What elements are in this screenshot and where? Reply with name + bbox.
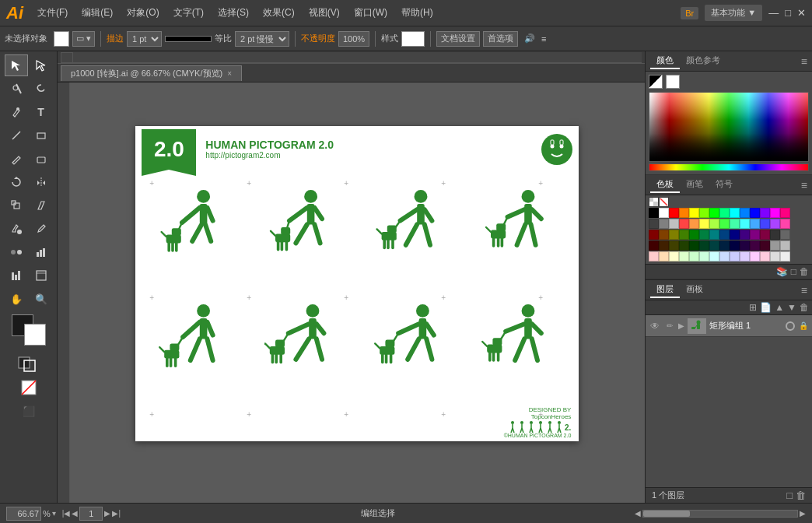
eraser-tool[interactable] <box>30 148 53 170</box>
color-swatch[interactable] <box>669 240 679 251</box>
color-swatch[interactable] <box>740 208 750 218</box>
color-swatch[interactable] <box>730 251 740 262</box>
layer-lock[interactable]: 🔒 <box>798 321 809 330</box>
color-swatch[interactable] <box>770 208 780 218</box>
swatch-lib-icon[interactable]: 📚 <box>776 266 788 277</box>
doc-settings-btn[interactable]: 文档设置 <box>436 31 480 47</box>
color-swatch[interactable] <box>780 230 790 240</box>
fill-stroke-toggle[interactable] <box>17 353 40 375</box>
color-swatch[interactable] <box>760 240 770 251</box>
layer-target[interactable] <box>786 321 795 331</box>
scroll-right-btn[interactable]: ▶ <box>800 509 806 518</box>
color-swatch[interactable] <box>719 208 730 218</box>
delete-layer-icon[interactable]: 🗑 <box>800 302 809 313</box>
menu-view[interactable]: 视图(V) <box>303 3 346 23</box>
next-page-btn[interactable]: ▶ <box>104 509 110 518</box>
visibility-toggle[interactable]: 👁 <box>649 320 661 332</box>
color-swatch[interactable] <box>689 230 699 240</box>
color-swatch[interactable] <box>750 240 760 251</box>
swatches-menu[interactable]: ≡ <box>801 180 807 191</box>
color-swatch[interactable] <box>709 230 719 240</box>
color-swatch[interactable] <box>750 219 760 229</box>
shape-tool[interactable] <box>30 125 53 146</box>
color-swatch[interactable] <box>740 219 750 229</box>
color-swatch[interactable] <box>760 251 770 262</box>
bridge-button[interactable]: Br <box>681 7 698 19</box>
color-swatch[interactable] <box>659 219 669 229</box>
color-swatch[interactable] <box>679 230 689 240</box>
color-swatch[interactable] <box>719 230 730 240</box>
color-swatch[interactable] <box>649 230 659 240</box>
color-swatch[interactable] <box>679 219 689 229</box>
color-swatch[interactable] <box>770 251 780 262</box>
color-swatch[interactable] <box>659 251 669 262</box>
checkerboard-swatch[interactable] <box>649 197 659 207</box>
swatch-new-icon[interactable]: □ <box>791 266 796 277</box>
page-input[interactable] <box>79 507 103 521</box>
color-swatch[interactable] <box>740 240 750 251</box>
color-swatch[interactable] <box>770 219 780 229</box>
tab-brush[interactable]: 画笔 <box>680 177 709 193</box>
color-swatch[interactable] <box>649 219 659 229</box>
color-swatch[interactable] <box>699 219 709 229</box>
color-swatch[interactable] <box>649 208 659 218</box>
color-swatch[interactable] <box>760 219 770 229</box>
workspace-button[interactable]: 基本功能 ▼ <box>705 5 762 21</box>
pen-tool[interactable] <box>5 101 28 123</box>
locate-icon[interactable]: ⊞ <box>749 302 757 313</box>
move-down-icon[interactable]: ▼ <box>787 302 796 313</box>
color-swatch[interactable] <box>740 230 750 240</box>
document-tab[interactable]: p1000 [转换].ai @ 66.67% (CMYK/预览) × <box>61 65 242 81</box>
none-swatch[interactable] <box>17 377 40 398</box>
color-swatch[interactable] <box>659 230 669 240</box>
color-swatch[interactable] <box>719 251 730 262</box>
fill-swatch[interactable] <box>54 31 69 47</box>
new-layer-icon[interactable]: 📄 <box>760 302 772 313</box>
color-swatch[interactable] <box>699 230 709 240</box>
color-black-swatch[interactable] <box>649 75 663 89</box>
hue-bar[interactable] <box>649 163 809 171</box>
color-swatch[interactable] <box>689 240 699 251</box>
lasso-tool[interactable] <box>30 78 53 100</box>
background-swatch[interactable] <box>24 324 46 346</box>
scale-tool[interactable] <box>5 195 28 216</box>
eyedropper-tool[interactable] <box>30 218 53 240</box>
edit-icon[interactable]: ✏ <box>664 321 675 330</box>
maximize-button[interactable]: □ <box>785 7 791 19</box>
color-swatch[interactable] <box>740 251 750 262</box>
color-swatch[interactable] <box>669 219 679 229</box>
color-swatch[interactable] <box>679 240 689 251</box>
tab-symbol[interactable]: 符号 <box>709 177 739 193</box>
color-swatch[interactable] <box>669 208 679 218</box>
mirror-tool[interactable] <box>30 171 53 193</box>
canvas-wrapper[interactable]: 2.0 HUMAN PICTOGRAM 2.0 http://pictogram… <box>70 82 645 484</box>
color-swatch[interactable] <box>709 251 719 262</box>
menu-file[interactable]: 文件(F) <box>31 3 74 23</box>
move-up-icon[interactable]: ▲ <box>775 302 784 313</box>
menu-text[interactable]: 文字(T) <box>167 3 210 23</box>
shape-select[interactable]: ▭ ▾ <box>72 31 95 47</box>
zoom-tool[interactable]: 🔍 <box>30 288 53 310</box>
minimize-button[interactable]: — <box>768 7 779 19</box>
swatch-delete-icon[interactable]: 🗑 <box>800 266 809 277</box>
tab-close-button[interactable]: × <box>227 69 232 78</box>
color-swatch[interactable] <box>689 219 699 229</box>
menu-object[interactable]: 对象(O) <box>121 3 165 23</box>
delete-layer-btn[interactable]: 🗑 <box>796 490 806 501</box>
color-swatch[interactable] <box>750 230 760 240</box>
color-swatch[interactable] <box>719 240 730 251</box>
menu-window[interactable]: 窗口(W) <box>348 3 394 23</box>
blend-tool[interactable] <box>5 241 28 263</box>
color-swatch[interactable] <box>679 251 689 262</box>
color-swatch[interactable] <box>780 208 790 218</box>
prefs-btn[interactable]: 首选项 <box>483 31 518 47</box>
close-button[interactable]: ✕ <box>797 7 806 19</box>
graph-tool[interactable] <box>30 241 53 263</box>
color-swatch[interactable] <box>649 240 659 251</box>
new-layer-btn[interactable]: □ <box>786 490 793 501</box>
tab-swatches[interactable]: 色板 <box>650 177 680 193</box>
text-tool[interactable]: T <box>30 101 53 123</box>
color-swatch[interactable] <box>719 219 730 229</box>
color-swatch[interactable] <box>709 240 719 251</box>
magic-wand-tool[interactable] <box>5 78 28 100</box>
